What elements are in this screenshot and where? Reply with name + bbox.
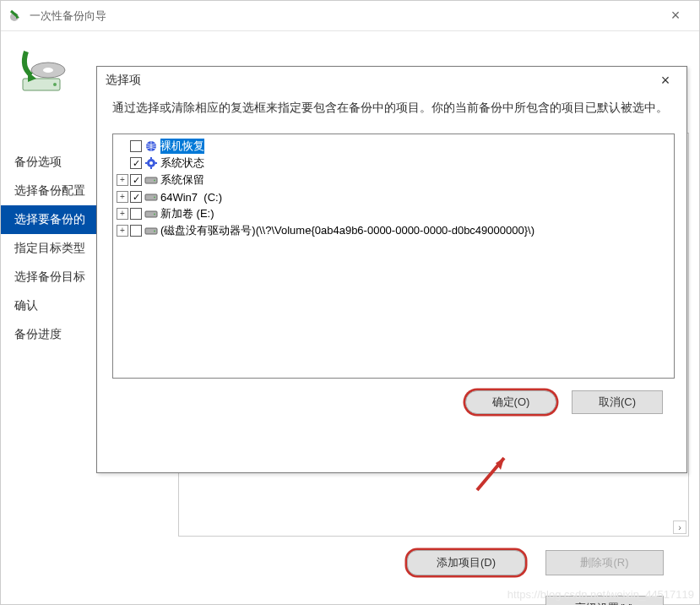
dialog-close-button[interactable]: × xyxy=(653,72,678,90)
drive-icon xyxy=(144,173,159,187)
tree-row-c-drive[interactable]: + 64Win7 (C:) xyxy=(117,188,670,205)
tree-row-system-state[interactable]: 系统状态 xyxy=(117,155,670,172)
tree-row-bare-metal-recovery[interactable]: 裸机恢复 xyxy=(117,138,670,155)
tree-label: (磁盘没有驱动器号)(\\?\Volume{0ab4a9b6-0000-0000… xyxy=(160,223,534,238)
tree-label: 新加卷 (E:) xyxy=(160,206,214,221)
select-items-dialog: 选择项 × 通过选择或清除相应的复选框来指定要包含在备份中的项目。你的当前备份中… xyxy=(96,66,687,473)
tree-label: 系统保留 xyxy=(160,172,204,188)
main-titlebar: 一次性备份向导 × xyxy=(1,1,699,31)
drive-icon xyxy=(144,190,159,204)
wizard-header-icon xyxy=(16,46,67,97)
tree-checkbox[interactable] xyxy=(130,191,142,203)
add-item-button[interactable]: 添加项目(D) xyxy=(407,550,525,575)
tree-checkbox[interactable] xyxy=(130,225,142,237)
tree-checkbox[interactable] xyxy=(130,140,142,152)
svg-point-5 xyxy=(53,83,57,86)
svg-point-15 xyxy=(154,180,155,182)
gear-icon xyxy=(144,156,159,170)
tree-expander[interactable]: + xyxy=(117,208,128,220)
window-title: 一次性备份向导 xyxy=(30,8,106,24)
dialog-title: 选择项 xyxy=(106,73,141,88)
globe-icon xyxy=(144,139,159,153)
svg-point-17 xyxy=(154,197,155,199)
items-tree[interactable]: 裸机恢复 系统状态 + 系统保留 + 64Win7 (C:) + 新加卷 (E:… xyxy=(112,134,675,379)
tree-label: 裸机恢复 xyxy=(160,139,204,154)
svg-point-21 xyxy=(154,231,155,232)
tree-row-system-reserved[interactable]: + 系统保留 xyxy=(117,172,670,188)
tree-checkbox[interactable] xyxy=(130,157,142,169)
app-icon xyxy=(8,8,24,25)
scroll-right-arrow[interactable]: › xyxy=(673,521,686,534)
drive-icon xyxy=(144,207,159,221)
svg-point-9 xyxy=(149,161,153,165)
remove-item-button: 删除项(R) xyxy=(545,550,664,575)
tree-row-e-drive[interactable]: + 新加卷 (E:) xyxy=(117,205,670,222)
svg-point-19 xyxy=(154,214,155,215)
tree-row-unlabeled-volume[interactable]: + (磁盘没有驱动器号)(\\?\Volume{0ab4a9b6-0000-00… xyxy=(117,222,670,239)
svg-point-3 xyxy=(43,68,53,73)
tree-checkbox[interactable] xyxy=(130,208,142,220)
cancel-button[interactable]: 取消(C) xyxy=(572,390,663,414)
tree-checkbox[interactable] xyxy=(130,174,142,186)
ok-button[interactable]: 确定(O) xyxy=(465,390,556,414)
watermark-text: https://blog.csdn.net/weixin_44517119 xyxy=(507,588,694,601)
drive-icon xyxy=(144,224,159,237)
tree-expander[interactable]: + xyxy=(117,174,128,186)
tree-expander[interactable]: + xyxy=(117,191,128,203)
dialog-description: 通过选择或清除相应的复选框来指定要包含在备份中的项目。你的当前备份中所包含的项目… xyxy=(97,94,686,127)
window-close-button[interactable]: × xyxy=(659,7,692,25)
dialog-titlebar: 选择项 × xyxy=(97,67,686,94)
tree-label: 系统状态 xyxy=(160,155,204,171)
tree-label: 64Win7 (C:) xyxy=(160,191,222,204)
tree-expander[interactable]: + xyxy=(117,225,128,237)
